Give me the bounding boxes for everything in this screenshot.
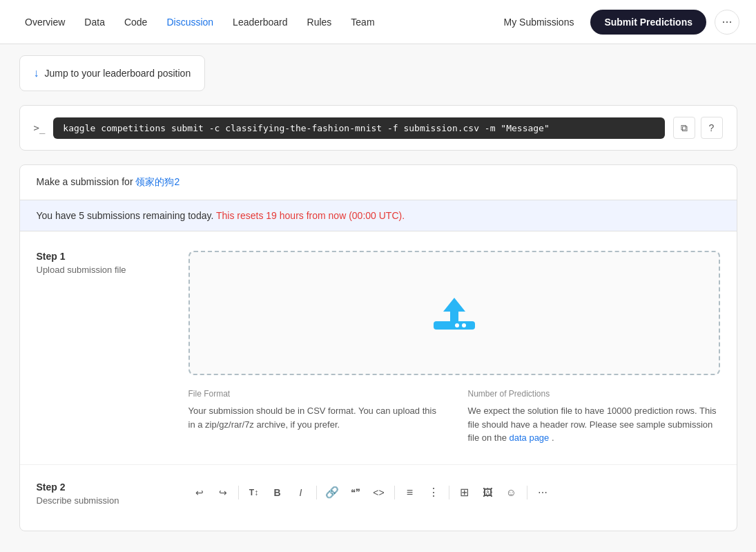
num-predictions-title: Number of Predictions <box>468 389 720 399</box>
user-link[interactable]: 领家的狗2 <box>135 176 180 187</box>
cli-help-button[interactable]: ? <box>701 117 723 139</box>
link-button[interactable]: 🔗 <box>321 482 343 504</box>
num-predictions-text: We expect the solution file to have 1000… <box>468 404 720 445</box>
nav-team[interactable]: Team <box>342 11 382 33</box>
nav-leaderboard[interactable]: Leaderboard <box>224 11 295 33</box>
svg-rect-0 <box>434 321 475 330</box>
nav-rules[interactable]: Rules <box>299 11 340 33</box>
image-button[interactable]: 🖼 <box>477 482 499 504</box>
step2-section: Step 2 Describe submission ↩ ↪ T↕ B I 🔗 … <box>20 464 737 531</box>
toolbar-divider-5 <box>527 486 527 499</box>
cli-prompt: >_ <box>34 122 46 133</box>
redo-button[interactable]: ↪ <box>212 482 234 504</box>
font-size-button[interactable]: T↕ <box>243 482 265 504</box>
submission-header: Make a submission for 领家的狗2 <box>20 165 737 200</box>
editor-toolbar: ↩ ↪ T↕ B I 🔗 ❝❞ <> ≡ ⋮ ⊞ <box>188 482 720 504</box>
svg-marker-3 <box>443 298 465 321</box>
toolbar-divider-3 <box>394 486 395 499</box>
quote-button[interactable]: ❝❞ <box>345 482 367 504</box>
upload-drop-zone[interactable] <box>188 251 720 375</box>
cli-icons: ⧉ ? <box>673 117 723 139</box>
nav-code[interactable]: Code <box>116 11 155 33</box>
bold-button[interactable]: B <box>266 482 289 504</box>
step1-right: File Format Your submission should be in… <box>188 251 720 445</box>
nav-right: My Submissions Submit Predictions ··· <box>496 10 740 35</box>
toolbar-divider-4 <box>449 486 449 499</box>
toolbar-divider-2 <box>316 486 317 499</box>
step1-label: Step 1 <box>37 251 161 262</box>
make-submission-label: Make a submission for <box>37 176 133 187</box>
nav-links: Overview Data Code Discussion Leaderboar… <box>17 11 496 33</box>
cli-copy-button[interactable]: ⧉ <box>673 117 695 139</box>
help-icon: ? <box>709 122 715 133</box>
submission-body: Step 1 Upload submission file <box>20 231 737 464</box>
num-predictions-col: Number of Predictions We expect the solu… <box>468 389 720 445</box>
step1-left: Step 1 Upload submission file <box>37 251 161 289</box>
my-submissions-link[interactable]: My Submissions <box>496 11 583 33</box>
nav-data[interactable]: Data <box>76 11 113 33</box>
nav-discussion[interactable]: Discussion <box>158 11 222 33</box>
step2-left: Step 2 Describe submission <box>37 482 161 520</box>
jump-leaderboard-text: Jump to your leaderboard position <box>45 68 191 79</box>
emoji-button[interactable]: ☺ <box>501 482 523 504</box>
step2-row: Step 2 Describe submission ↩ ↪ T↕ B I 🔗 … <box>37 482 720 520</box>
main-content: ↓ Jump to your leaderboard position >_ k… <box>6 44 751 552</box>
step2-label: Step 2 <box>37 482 161 493</box>
cli-command-box: >_ kaggle competitions submit -c classif… <box>19 105 737 151</box>
cli-command-text: kaggle competitions submit -c classifyin… <box>53 117 664 139</box>
upload-icon <box>429 292 479 334</box>
undo-button[interactable]: ↩ <box>188 482 211 504</box>
ordered-list-button[interactable]: ⋮ <box>423 482 445 504</box>
table-button[interactable]: ⊞ <box>454 482 476 504</box>
data-page-link[interactable]: data page <box>510 432 550 443</box>
file-format-title: File Format <box>188 389 440 399</box>
step1-row: Step 1 Upload submission file <box>37 251 720 445</box>
svg-point-2 <box>462 323 466 327</box>
submission-card: Make a submission for 领家的狗2 You have 5 s… <box>19 164 737 531</box>
svg-point-1 <box>455 323 459 327</box>
alert-reset-text: This resets 19 hours from now (00:00 UTC… <box>216 210 405 221</box>
step2-right: ↩ ↪ T↕ B I 🔗 ❝❞ <> ≡ ⋮ ⊞ <box>188 482 720 504</box>
jump-arrow-icon: ↓ <box>34 67 39 79</box>
nav-overview[interactable]: Overview <box>17 11 73 33</box>
code-button[interactable]: <> <box>368 482 390 504</box>
more-options-button[interactable]: ··· <box>715 10 739 35</box>
copy-icon: ⧉ <box>681 122 688 134</box>
more-toolbar-button[interactable]: ⋯ <box>532 482 554 504</box>
alert-text: You have 5 submissions remaining today. <box>37 210 214 221</box>
alert-bar: You have 5 submissions remaining today. … <box>20 200 737 231</box>
file-format-text: Your submission should be in CSV format.… <box>188 404 440 431</box>
file-info-row: File Format Your submission should be in… <box>188 389 720 445</box>
file-format-col: File Format Your submission should be in… <box>188 389 440 445</box>
italic-button[interactable]: I <box>290 482 312 504</box>
unordered-list-button[interactable]: ≡ <box>399 482 421 504</box>
top-nav: Overview Data Code Discussion Leaderboar… <box>0 0 756 44</box>
more-icon: ··· <box>721 15 732 29</box>
submit-predictions-button[interactable]: Submit Predictions <box>590 10 706 35</box>
jump-leaderboard-card[interactable]: ↓ Jump to your leaderboard position <box>19 55 206 91</box>
step2-sublabel: Describe submission <box>37 495 161 506</box>
toolbar-divider-1 <box>238 486 239 499</box>
step1-sublabel: Upload submission file <box>37 265 161 275</box>
